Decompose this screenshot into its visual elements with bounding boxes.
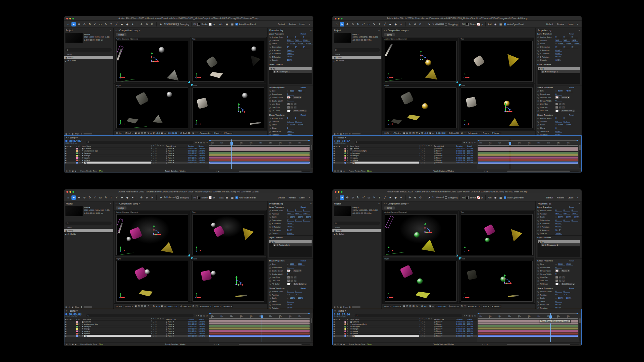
timeline-vertical-scrollbar[interactable]	[311, 318, 313, 342]
layer-parent-dropdown[interactable]: ◎None▾	[166, 159, 188, 161]
pickwhip-icon[interactable]: ◎	[434, 330, 436, 332]
layer-name[interactable]: ★bg	[82, 335, 151, 337]
property-value[interactable]: 0x+0°	[287, 56, 294, 58]
eye-icon[interactable]: ◉	[333, 325, 335, 327]
viewport-canvas[interactable]	[385, 41, 457, 82]
twirl-icon[interactable]: ▸	[334, 60, 335, 62]
tool-icon-9[interactable]: ╱	[383, 22, 387, 26]
view-option-icon-3[interactable]: ▤	[413, 132, 415, 134]
tool-icon-10[interactable]: ▰	[388, 195, 392, 200]
stopwatch-icon[interactable]: ◷	[537, 90, 540, 92]
axis-mode-icon[interactable]: ➤	[427, 195, 431, 200]
pickwhip-icon[interactable]: ◎	[166, 152, 167, 154]
property-value[interactable]: 0	[555, 273, 562, 275]
layer-name[interactable]: ★square	[350, 330, 419, 332]
layer-parent-dropdown[interactable]: ◎None▾	[434, 155, 456, 157]
timeline-option-icon-4[interactable]: ⊡	[474, 314, 476, 317]
view-option-icon-1[interactable]: ⊞	[138, 305, 140, 308]
property-value[interactable]: 100%	[574, 216, 581, 218]
eye-icon[interactable]: ◉	[333, 328, 335, 330]
more-workspaces-icon[interactable]: »	[577, 23, 578, 25]
fill-color-swatch[interactable]	[287, 283, 290, 285]
channel-icon[interactable]: ◒	[150, 132, 152, 134]
stopwatch-icon[interactable]: ◷	[537, 232, 540, 235]
col-stretch[interactable]: Stretch	[467, 145, 477, 147]
property-value[interactable]: -1.1	[295, 294, 302, 296]
property-value[interactable]: 0x+0°	[555, 52, 562, 55]
eye-icon[interactable]: ◉	[333, 155, 335, 157]
stopwatch-icon[interactable]: ◷	[537, 96, 540, 99]
stopwatch-icon[interactable]: ◷	[537, 127, 540, 129]
viewport-active-camera-camera-[interactable]: Active Camera (Camera)	[114, 210, 190, 257]
viewport-front[interactable]: Front	[191, 257, 266, 303]
layer-color-swatch[interactable]	[75, 328, 78, 330]
snapping-checkbox[interactable]	[445, 23, 447, 25]
active-view-dropdown[interactable]: Front▾	[482, 305, 490, 308]
layer-row-sphere[interactable]: ◉6★sphere✦ ╱ ◎◎None▾0:00:10:01100.0%	[64, 159, 209, 162]
eyedropper-icon[interactable]: ✎	[558, 270, 561, 272]
layer-switches[interactable]: ✦ ╱ ◎	[419, 148, 434, 149]
view-layout-dropdown[interactable]: 4 Views▾	[222, 132, 233, 134]
stroke-label[interactable]: Stroke	[201, 23, 208, 25]
stopwatch-icon[interactable]: ◷	[269, 273, 272, 275]
property-value[interactable]: 0	[287, 127, 294, 129]
motion-blur-icon[interactable]: ▣	[340, 170, 342, 172]
pickwhip-icon[interactable]: ◎	[166, 159, 167, 161]
timeline-graph-area[interactable]: :00s01s02s03s04s05s06s07s08s09s	[209, 139, 313, 169]
layer-color-swatch[interactable]	[75, 153, 78, 154]
show-snapshot-icon[interactable]: ∞	[432, 305, 434, 308]
layer-parent-dropdown[interactable]: ◎None▾	[434, 147, 456, 149]
fill-color-swatch[interactable]	[555, 110, 558, 112]
property-value[interactable]: 0x+0°	[287, 304, 294, 306]
current-time[interactable]: 0:00:07:0400214 (30.00 fps)	[334, 313, 353, 318]
timeline-search-input[interactable]: Q	[86, 314, 194, 317]
stopwatch-icon[interactable]: ◷	[269, 90, 272, 92]
timeline-option-icon-4[interactable]: ⊡	[474, 141, 476, 143]
view-option-icon-3[interactable]: ▤	[144, 132, 147, 134]
layer-contents-item[interactable]: ◉★ Rectangle 1	[273, 70, 312, 73]
timeline-tab-menu-icon[interactable]: ≡	[345, 310, 346, 312]
tool-icon-0[interactable]: ⌂	[334, 195, 339, 200]
resolution-dropdown[interactable]: (Third)▾	[392, 305, 402, 308]
timeline-graph-area[interactable]: :00s01s02s03s04s05s06s07s08s09s	[477, 139, 581, 169]
property-value[interactable]: 100%	[566, 124, 573, 126]
layer-parent-dropdown[interactable]: ◎None▾	[166, 155, 188, 157]
property-value[interactable]: 100%	[298, 124, 305, 126]
timeline-option-icon-3[interactable]: ◎	[203, 314, 205, 317]
viewport-right[interactable]: Right	[114, 257, 190, 303]
grid-options-icon[interactable]: ▦	[230, 195, 234, 200]
tool-icon-10[interactable]: ▰	[120, 22, 124, 26]
close-window-button[interactable]	[335, 18, 336, 19]
timeline-option-icon-4[interactable]: ⊡	[206, 141, 208, 143]
property-value[interactable]: 0x+0°	[287, 223, 294, 225]
layer-bar-hexagon[interactable]	[478, 152, 578, 154]
exposure-value[interactable]: +0.0	[156, 132, 160, 134]
draft-3d-toggle[interactable]: ◍Draft 3D	[179, 305, 191, 308]
graph-editor-icon[interactable]: ◆	[343, 170, 345, 172]
layer-name[interactable]: ★hexagon	[350, 152, 419, 154]
layer-row-environment-light[interactable]: ◉2✦environment light✦ ╱ ◎◎None▾0:00:10:0…	[333, 323, 477, 325]
layer-parent-dropdown[interactable]: ◎None▾	[434, 333, 456, 335]
option-button-1[interactable]: ▢	[290, 276, 293, 279]
renderer-dropdown[interactable]: Advanced..▾	[467, 132, 481, 134]
exposure-value[interactable]: +0.0	[424, 305, 428, 307]
comp-current-time[interactable]: 0:00:07:04	[435, 305, 446, 308]
layer-row-Camera[interactable]: ◉1▣Camera✦ ╱ ◎◎None▾0:00:10:00100.0%	[64, 147, 209, 150]
tool-icon-5[interactable]: ⤢	[361, 22, 366, 26]
pickwhip-icon[interactable]: ◎	[166, 328, 167, 330]
layer-color-swatch[interactable]	[343, 335, 347, 337]
fill-label[interactable]: Fill	[194, 23, 196, 25]
work-area-handle-bar[interactable]	[209, 313, 310, 314]
timeline-horizontal-scrollbar[interactable]	[507, 171, 579, 172]
playhead-handle[interactable]	[509, 142, 511, 145]
property-value[interactable]: 0.7	[287, 294, 294, 296]
frame-blend-icon[interactable]: ◫	[69, 170, 70, 172]
comp-tab-label[interactable]: Composition: comp	[119, 29, 138, 32]
option-button-0[interactable]: ▢	[287, 276, 290, 279]
tool-icon-8[interactable]: T	[377, 195, 382, 200]
col-duration[interactable]: Duration	[456, 318, 467, 320]
snapshot-camera-icon[interactable]: ▣	[429, 305, 431, 308]
stopwatch-icon[interactable]: ◷	[269, 49, 272, 52]
stopwatch-icon[interactable]: ◷	[269, 280, 272, 282]
timeline-option-icon-3[interactable]: ◎	[203, 141, 205, 143]
